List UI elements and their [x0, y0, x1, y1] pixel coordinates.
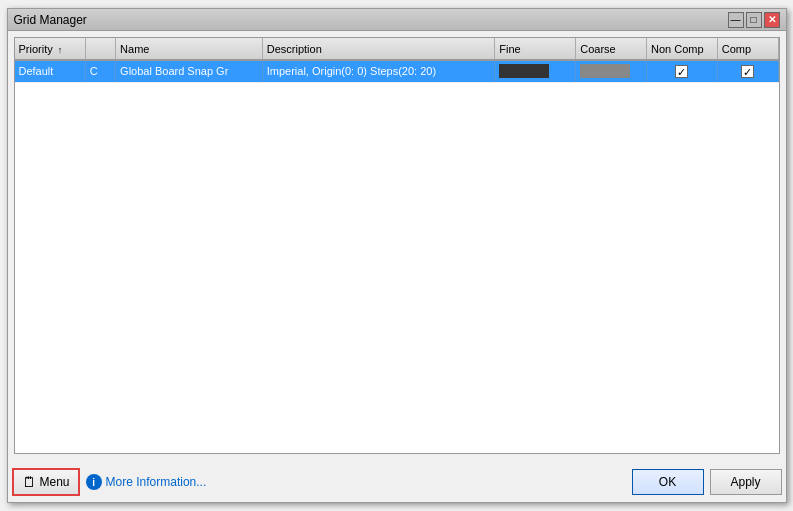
col-header-comp: Comp — [717, 38, 778, 60]
checkbox[interactable] — [741, 65, 754, 78]
grid-body: DefaultCGlobal Board Snap GrImperial, Or… — [15, 60, 779, 82]
col-header-fine: Fine — [495, 38, 576, 60]
table-cell — [717, 60, 778, 82]
more-information-link[interactable]: i More Information... — [86, 474, 207, 490]
info-icon: i — [86, 474, 102, 490]
bottom-right: OK Apply — [632, 469, 782, 495]
content-area: Priority ↑ Name Description — [8, 31, 786, 460]
checkbox[interactable] — [675, 65, 688, 78]
grid-manager-window: Grid Manager — □ ✕ Priority ↑ — [7, 8, 787, 503]
table-cell: Imperial, Origin(0: 0) Steps(20: 20) — [262, 60, 495, 82]
col-header-priority[interactable]: Priority ↑ — [15, 38, 86, 60]
table-row[interactable]: DefaultCGlobal Board Snap GrImperial, Or… — [15, 60, 779, 82]
col-header-description: Description — [262, 38, 495, 60]
table-cell: C — [85, 60, 115, 82]
maximize-button[interactable]: □ — [746, 12, 762, 28]
menu-button[interactable]: 🗒 Menu — [12, 468, 80, 496]
info-label: More Information... — [106, 475, 207, 489]
col-header-name: Name — [116, 38, 263, 60]
table-cell — [495, 60, 576, 82]
menu-icon: 🗒 — [22, 474, 36, 490]
ok-button[interactable]: OK — [632, 469, 704, 495]
grid-container: Priority ↑ Name Description — [14, 37, 780, 454]
col-header-noncomp: Non Comp — [646, 38, 717, 60]
apply-button[interactable]: Apply — [710, 469, 782, 495]
table-cell — [576, 60, 647, 82]
color-swatch — [580, 64, 630, 78]
table-cell — [646, 60, 717, 82]
sort-arrow-icon: ↑ — [58, 45, 63, 55]
menu-label: Menu — [40, 475, 70, 489]
window-title: Grid Manager — [14, 13, 87, 27]
table-cell: Default — [15, 60, 86, 82]
grid-table: Priority ↑ Name Description — [15, 38, 779, 83]
color-swatch — [499, 64, 549, 78]
column-header-row: Priority ↑ Name Description — [15, 38, 779, 60]
col-header-coarse: Coarse — [576, 38, 647, 60]
title-bar: Grid Manager — □ ✕ — [8, 9, 786, 31]
window-controls: — □ ✕ — [728, 12, 780, 28]
bottom-bar: 🗒 Menu i More Information... OK Apply — [8, 460, 786, 502]
close-button[interactable]: ✕ — [764, 12, 780, 28]
bottom-left: 🗒 Menu i More Information... — [12, 468, 207, 496]
table-cell: Global Board Snap Gr — [116, 60, 263, 82]
col-header-type — [85, 38, 115, 60]
minimize-button[interactable]: — — [728, 12, 744, 28]
